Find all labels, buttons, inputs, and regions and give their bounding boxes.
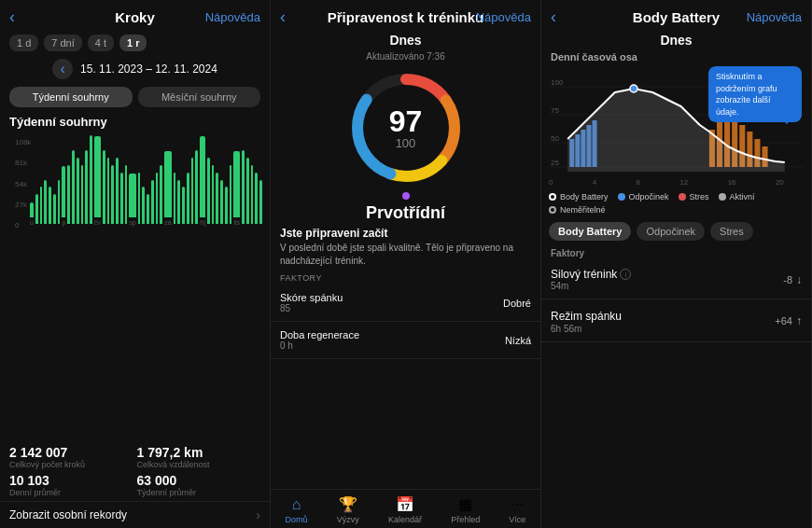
tab-1r[interactable]: 1 r xyxy=(119,35,147,51)
panel3-factor-strength[interactable]: Silový trénink i 54m -8 ↓ xyxy=(541,260,811,299)
bar-item xyxy=(160,165,162,226)
panel2-nav-bar: ⌂ Domů 🏆 Výzvy 📅 Kalendář ▦ Přehled ··· … xyxy=(271,489,540,528)
panel3-chart-label: Denní časová osa xyxy=(541,49,811,64)
stat-total-distance: 1 797,2 km Celková vzdálenost xyxy=(137,445,261,469)
nav-vice[interactable]: ··· Více xyxy=(509,496,525,524)
panel1-period-tabs: 1 d 7 dní 4 t 1 r xyxy=(0,31,270,55)
panel3-tabs: Body Battery Odpočinek Stres xyxy=(541,218,811,244)
panel1-prev-arrow[interactable]: ‹ xyxy=(52,59,73,79)
panel3-factor-sleep-mode[interactable]: Režim spánku 6h 56m +64 ↑ xyxy=(541,299,811,342)
panel2-gauge: 97 100 xyxy=(271,67,540,188)
panel3-chart[interactable]: 100 75 50 25 Stisknutím a xyxy=(549,64,804,176)
bar-item: zá xyxy=(164,151,171,226)
bar-item xyxy=(225,187,228,226)
panel2-updated: Aktualizováno 7:36 xyxy=(271,49,540,63)
panel3-header: ‹ Body Battery Nápověda xyxy=(541,0,811,31)
bar-item xyxy=(116,158,119,226)
legend-bodybattery-icon xyxy=(549,193,556,201)
panel2-header: ‹ Připravenost k tréninku Nápověda xyxy=(271,0,540,31)
panel-kroky: ‹ Kroky Nápověda 1 d 7 dní 4 t 1 r ‹ 15.… xyxy=(0,0,271,528)
tab-4t[interactable]: 4 t xyxy=(88,35,114,51)
panel3-subtitle: Dnes xyxy=(541,31,811,49)
nav-domu[interactable]: ⌂ Domů xyxy=(286,496,308,524)
bar-item xyxy=(90,135,92,226)
bar-item xyxy=(67,165,70,226)
bar-item: ú xyxy=(30,202,34,226)
panel1-bars: úpčvspzáříjlis xyxy=(30,134,262,237)
panel3-faktory-title: Faktory xyxy=(541,244,811,260)
bar-item xyxy=(230,165,232,226)
bar-item xyxy=(187,173,189,226)
panel3-back-icon[interactable]: ‹ xyxy=(551,7,556,27)
bar-item xyxy=(182,187,185,226)
legend-aktivni-icon xyxy=(719,193,726,201)
bar-item xyxy=(72,150,75,226)
panel3-tooltip: Stisknutím a podržením grafu zobrazíte d… xyxy=(708,66,802,122)
panel2-title: Připravenost k tréninku xyxy=(328,9,484,25)
panel2-desc-title: Jste připraveni začít xyxy=(271,223,540,242)
bar-item xyxy=(242,150,245,226)
svg-text:100: 100 xyxy=(551,78,564,87)
bar-item: sp xyxy=(129,174,135,227)
nav-prehled[interactable]: ▦ Přehled xyxy=(451,495,480,524)
nav-kalendar[interactable]: 📅 Kalendář xyxy=(388,495,422,524)
bar-item: čv xyxy=(94,136,101,226)
bar-item xyxy=(207,158,210,226)
bar-item xyxy=(111,165,114,226)
bar-item xyxy=(191,158,194,226)
bar-item xyxy=(246,158,249,226)
bar-item xyxy=(120,173,123,226)
bar-item xyxy=(212,165,215,226)
bar-item xyxy=(195,150,198,226)
bar-item xyxy=(138,173,141,226)
bar-item xyxy=(49,187,51,226)
tab-odpocinek[interactable]: Odpočinek xyxy=(637,222,705,241)
panel-bodybattery: ‹ Body Battery Nápověda Dnes Denní časov… xyxy=(541,0,812,528)
panel2-faktory-title: FAKTORY xyxy=(271,271,540,285)
bar-item xyxy=(125,165,128,226)
bar-item xyxy=(142,187,145,226)
btn-weekly[interactable]: Týdenní souhrny xyxy=(9,87,133,107)
bar-item xyxy=(58,180,61,227)
bar-item: říj xyxy=(200,136,205,226)
panel3-title: Body Battery xyxy=(633,9,720,25)
stat-daily-avg: 10 103 Denní průměr xyxy=(9,473,133,497)
panel3-help[interactable]: Nápověda xyxy=(747,10,802,24)
tab-1d[interactable]: 1 d xyxy=(9,35,38,51)
tab-bodybattery[interactable]: Body Battery xyxy=(549,222,631,241)
panel1-back-icon[interactable]: ‹ xyxy=(9,7,15,27)
panel2-subtitle: Dnes xyxy=(271,31,540,49)
svg-text:25: 25 xyxy=(551,159,560,167)
tab-7d[interactable]: 7 dní xyxy=(44,35,81,51)
tab-stres[interactable]: Stres xyxy=(710,222,753,241)
panel2-help[interactable]: Nápověda xyxy=(476,10,531,24)
bar-item xyxy=(77,158,79,226)
panel1-date-nav: ‹ 15. 11. 2023 – 12. 11. 2024 xyxy=(0,55,270,83)
panel1-chart: 108k 81k 54k 27k 0 úpčvspzáříjlis xyxy=(0,131,270,441)
btn-monthly[interactable]: Měsíční souhrny xyxy=(138,87,261,107)
bar-item xyxy=(220,180,223,227)
bar-item xyxy=(156,173,159,226)
panel1-header: ‹ Kroky Nápověda xyxy=(0,0,270,31)
panel3-x-axis: 0 4 8 12 16 20 xyxy=(541,176,811,188)
panel-priprav: ‹ Připravenost k tréninku Nápověda Dnes … xyxy=(271,0,541,528)
panel1-section-title: Týdenní souhrny xyxy=(0,111,270,131)
svg-text:50: 50 xyxy=(551,134,560,143)
bar-item xyxy=(177,180,180,227)
bar-item xyxy=(44,180,47,227)
panel2-dot xyxy=(402,192,410,200)
panel1-title: Kroky xyxy=(115,9,155,25)
stat-weekly-avg: 63 000 Týdenní průměr xyxy=(137,473,261,497)
info-icon-strength[interactable]: i xyxy=(620,269,631,280)
legend-nemerit-icon xyxy=(549,206,556,214)
panel1-date-range: 15. 11. 2023 – 12. 11. 2024 xyxy=(80,63,217,76)
panel2-back-icon[interactable]: ‹ xyxy=(280,7,286,27)
bar-item: lis xyxy=(233,151,240,226)
nav-vyzvy[interactable]: 🏆 Výzvy xyxy=(337,495,359,524)
legend-stres-icon xyxy=(679,193,686,201)
factor-sleep-arrow: ↑ xyxy=(796,314,802,327)
panel1-records-link[interactable]: Zobrazit osobní rekordy › xyxy=(0,501,270,528)
panel1-help[interactable]: Nápověda xyxy=(205,10,260,24)
panel2-factor-sleep[interactable]: Skóre spánku 85 Dobré xyxy=(271,285,540,322)
panel2-factor-recovery[interactable]: Doba regenerace 0 h Nízká xyxy=(271,322,540,359)
